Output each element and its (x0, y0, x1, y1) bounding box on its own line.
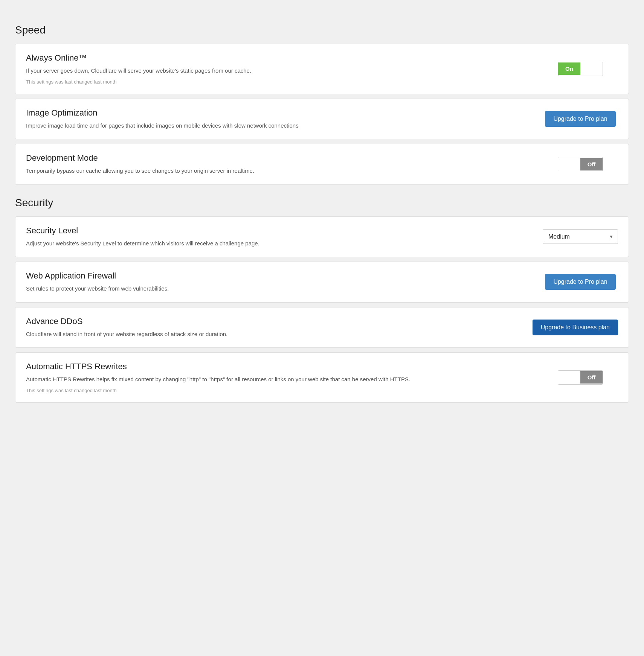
waf-upgrade-pro-button[interactable]: Upgrade to Pro plan (545, 274, 615, 290)
development-mode-content: Development Mode Temporarily bypass our … (26, 153, 543, 175)
advance-ddos-content: Advance DDoS Cloudflare will stand in fr… (26, 317, 533, 339)
development-mode-card: Development Mode Temporarily bypass our … (15, 144, 629, 185)
image-optimization-upgrade-pro-button[interactable]: Upgrade to Pro plan (545, 111, 615, 127)
waf-content: Web Application Firewall Set rules to pr… (26, 271, 543, 293)
development-mode-toggle[interactable]: Off (558, 157, 603, 171)
https-rewrites-card: Automatic HTTPS Rewrites Automatic HTTPS… (15, 352, 629, 403)
https-rewrites-desc: Automatic HTTPS Rewrites helps fix mixed… (26, 375, 528, 384)
advance-ddos-upgrade-business-button[interactable]: Upgrade to Business plan (533, 320, 618, 335)
security-level-desc: Adjust your website's Security Level to … (26, 239, 528, 248)
image-optimization-content: Image Optimization Improve image load ti… (26, 108, 543, 130)
development-mode-action: Off (543, 157, 618, 171)
image-optimization-desc: Improve image load time and for pages th… (26, 122, 528, 130)
advance-ddos-desc: Cloudflare will stand in front of your w… (26, 330, 517, 339)
waf-desc: Set rules to protect your website from w… (26, 285, 528, 293)
security-level-title: Security Level (26, 226, 528, 236)
speed-section-title: Speed (15, 24, 629, 36)
image-optimization-card: Image Optimization Improve image load ti… (15, 99, 629, 140)
waf-card: Web Application Firewall Set rules to pr… (15, 262, 629, 303)
https-rewrites-action: Off (543, 370, 618, 385)
security-level-card: Security Level Adjust your website's Sec… (15, 216, 629, 257)
toggle-off-on-side-2[interactable] (558, 371, 580, 384)
waf-title: Web Application Firewall (26, 271, 528, 281)
security-section-title: Security (15, 197, 629, 209)
security-level-content: Security Level Adjust your website's Sec… (26, 226, 543, 248)
always-online-desc: If your server goes down, Cloudflare wil… (26, 67, 528, 75)
https-rewrites-meta: This settings was last changed last mont… (26, 388, 528, 393)
always-online-title: Always Online™ (26, 53, 528, 63)
toggle-off-btn-2[interactable]: Off (580, 371, 603, 384)
security-level-select-wrap: Essentially Off Low Medium High I'm Unde… (543, 229, 618, 244)
waf-action: Upgrade to Pro plan (543, 274, 618, 290)
toggle-off-on-side[interactable] (558, 157, 580, 171)
toggle-on-btn[interactable]: On (558, 62, 580, 75)
image-optimization-title: Image Optimization (26, 108, 528, 118)
toggle-on-off-side[interactable] (580, 62, 603, 76)
image-optimization-action: Upgrade to Pro plan (543, 111, 618, 127)
always-online-action: On (543, 62, 618, 76)
advance-ddos-action: Upgrade to Business plan (533, 320, 618, 335)
advance-ddos-title: Advance DDoS (26, 317, 517, 326)
always-online-meta: This settings was last changed last mont… (26, 79, 528, 85)
toggle-off-btn[interactable]: Off (580, 158, 603, 170)
development-mode-title: Development Mode (26, 153, 528, 163)
security-level-select[interactable]: Essentially Off Low Medium High I'm Unde… (543, 229, 618, 244)
advance-ddos-card: Advance DDoS Cloudflare will stand in fr… (15, 307, 629, 348)
always-online-content: Always Online™ If your server goes down,… (26, 53, 543, 85)
https-rewrites-toggle[interactable]: Off (558, 370, 603, 385)
development-mode-desc: Temporarily bypass our cache allowing yo… (26, 167, 528, 175)
security-level-action: Essentially Off Low Medium High I'm Unde… (543, 229, 618, 244)
https-rewrites-title: Automatic HTTPS Rewrites (26, 362, 528, 371)
always-online-toggle[interactable]: On (558, 62, 603, 76)
always-online-card: Always Online™ If your server goes down,… (15, 44, 629, 94)
https-rewrites-content: Automatic HTTPS Rewrites Automatic HTTPS… (26, 362, 543, 393)
